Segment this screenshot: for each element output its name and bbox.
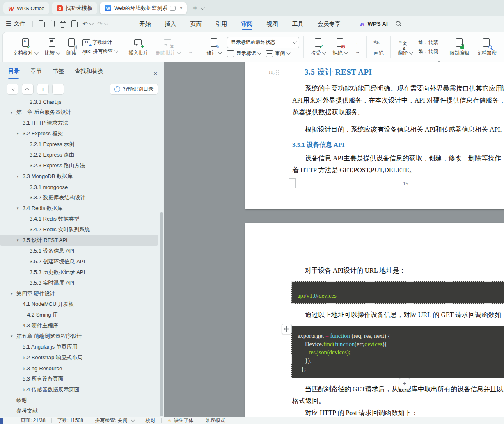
new-tab-button[interactable]: + <box>192 4 197 13</box>
toc-collapse-icon[interactable]: ▾ <box>17 206 19 210</box>
status-proofread-button[interactable]: 校对 <box>140 417 161 424</box>
tab-mode-icon[interactable] <box>170 6 176 11</box>
toc-item[interactable]: 5.2 Bootstrap 响应式布局 <box>0 352 158 363</box>
compare-button[interactable]: ⇄ 比较 <box>42 36 62 58</box>
previous-comment-button[interactable]: ← <box>186 39 195 46</box>
toc-item[interactable]: 5.3 所有设备页面 <box>0 374 158 384</box>
menu-tab-1[interactable]: 插入 <box>158 16 183 31</box>
status-missing-font[interactable]: ⚠ 缺失字体 <box>162 417 199 424</box>
toc-item[interactable]: 3.4.1 Redis 数据类型 <box>0 214 158 224</box>
menu-tab-4[interactable]: 审阅 <box>234 16 260 31</box>
file-menu-button[interactable]: 文件 <box>14 20 25 27</box>
toc-item[interactable]: ▾第四章 硬件设计 <box>0 288 158 299</box>
group-expand-icon[interactable] <box>438 59 440 62</box>
reject-button[interactable]: ⊘ 拒绝 <box>330 36 350 58</box>
collapse-all-button[interactable] <box>7 84 18 95</box>
code-block-callback[interactable]: exports.get = function (req, res, next) … <box>291 326 504 378</box>
document-page-2[interactable]: 对于设备 API设计的 URL 地址是： api/v1.0/devices 通过… <box>245 223 504 417</box>
spell-check-button[interactable]: ABC 拼写检查 <box>82 48 117 55</box>
status-page-indicator[interactable]: 页面: 21/38 <box>15 417 51 424</box>
drag-handle-icon[interactable] <box>276 70 279 75</box>
track-changes-button[interactable]: ✎ 修订 <box>204 36 224 58</box>
toc-item[interactable]: 4.1 NodeMCU 开发板 <box>0 299 158 310</box>
toc-item[interactable]: 3.2.3 Express 路由方法 <box>0 160 158 171</box>
toc-collapse-icon[interactable]: ▾ <box>17 174 19 178</box>
toc-item[interactable]: 3.5.3 实时温度 API <box>0 278 158 288</box>
translate-button[interactable]: 文A 翻译 <box>395 36 415 58</box>
accept-button[interactable]: ✓ 接受 <box>308 36 328 58</box>
encrypt-document-button[interactable]: 文档加密 <box>474 36 499 58</box>
toc-item[interactable]: ▾3.5 设计 REST API <box>0 235 158 246</box>
heading-level-badge[interactable]: H₂ <box>269 69 279 75</box>
menu-tab-3[interactable]: 引用 <box>209 16 234 31</box>
expand-all-button[interactable] <box>22 84 34 95</box>
undo-button[interactable]: ↶ <box>82 20 92 27</box>
sidebar-tab-bookmarks[interactable]: 书签 <box>53 68 64 79</box>
toc-item[interactable]: 3.5.2 创建环境信息 API <box>0 256 158 267</box>
sidebar-tab-toc[interactable]: 目录 <box>8 68 20 79</box>
sidebar-tab-chapters[interactable]: 章节 <box>30 68 42 79</box>
toc-item[interactable]: 3.5.3 历史数据记录 API <box>0 267 158 278</box>
tab-docer-templates[interactable]: d 找稻壳模板 <box>52 2 97 14</box>
toc-item[interactable]: 3.3.1 mongoose <box>0 182 158 192</box>
status-word-count[interactable]: 字数: 11508 <box>52 417 89 424</box>
menu-tab-5[interactable]: 视图 <box>260 16 285 31</box>
tab-wps-office[interactable]: W WPS Office <box>3 2 49 14</box>
smart-toc-button[interactable]: 智能识别目录 <box>110 84 158 95</box>
next-change-button[interactable]: → <box>353 48 362 55</box>
toc-collapse-icon[interactable]: ▾ <box>17 238 19 242</box>
sidebar-close-icon[interactable]: × <box>153 70 157 77</box>
toc-item[interactable]: ▾3.4 Redis 数据库 <box>0 203 158 214</box>
zoom-out-level-button[interactable]: − <box>52 84 64 95</box>
wps-ai-button[interactable]: WPS AI <box>359 21 388 27</box>
document-page-1[interactable]: H₂ 3.5 设计 REST API 系统的主要功能功能已经明确。现在需要向外界… <box>245 62 504 209</box>
save-button[interactable] <box>39 20 45 27</box>
tab-close-icon[interactable]: × <box>179 5 183 11</box>
zoom-in-level-button[interactable]: + <box>37 84 49 95</box>
sidebar-tab-find-replace[interactable]: 查找和替换 <box>75 68 103 79</box>
previous-change-button[interactable]: ← <box>353 39 362 46</box>
word-count-button[interactable]: 12 字数统计 <box>82 39 117 46</box>
finalize-document-button[interactable]: ✓ 文档定稿 <box>501 36 504 58</box>
tab-document[interactable]: W Web的环境数据监测系统的设 × <box>100 2 187 14</box>
print-preview-button[interactable] <box>71 20 78 27</box>
toc-item[interactable]: 2.3.3 Chart.js <box>0 96 158 107</box>
hamburger-icon[interactable]: ☰ <box>6 20 11 27</box>
redo-button[interactable]: ↷ <box>97 20 107 27</box>
toc-item[interactable]: ▾3.3 MongoDB 数据库 <box>0 171 158 182</box>
toc-collapse-icon[interactable]: ▾ <box>11 334 13 338</box>
toc-item[interactable]: 5.4 传感器数据展示页面 <box>0 384 158 395</box>
toc-item[interactable]: 4.2 Sming 库 <box>0 310 158 320</box>
menu-tab-0[interactable]: 开始 <box>133 16 158 31</box>
insert-row-plus-button[interactable]: + <box>399 378 410 389</box>
toc-item[interactable]: 3.2.2 Express 路由 <box>0 150 158 160</box>
search-icon[interactable] <box>395 21 402 27</box>
toc-item[interactable]: 5.3 ng-Resource <box>0 363 158 374</box>
toc-item[interactable]: 3.5.1 设备信息 API <box>0 246 158 256</box>
review-pane-button[interactable]: 审阅 <box>266 50 289 57</box>
sidebar-scrollbar[interactable] <box>160 212 163 416</box>
toc-item[interactable]: ▾第五章 前端浏览器程序设计 <box>0 331 158 342</box>
menu-tab-7[interactable]: 会员专享 <box>311 16 348 31</box>
print-button[interactable] <box>60 21 66 27</box>
code-block-url[interactable]: api/v1.0/devices <box>291 281 504 304</box>
toc-item[interactable]: ▾3.2 Express 框架 <box>0 128 158 139</box>
toc-item[interactable]: 5.1 Angular.js 单页应用 <box>0 342 158 352</box>
to-traditional-button[interactable]: 简→ 转繁 <box>418 39 438 46</box>
next-comment-button[interactable]: → <box>186 48 195 55</box>
toc-item[interactable]: 3.2.1 Express 示例 <box>0 139 158 150</box>
toc-collapse-icon[interactable]: ▾ <box>11 292 13 296</box>
insert-comment-button[interactable]: + 插入批注 <box>126 36 151 58</box>
menu-tab-2[interactable]: 页面 <box>183 16 209 31</box>
markup-state-dropdown[interactable]: 显示标记的最终状态 <box>227 37 299 48</box>
toc-item[interactable]: 4.3 硬件主程序 <box>0 320 158 331</box>
toc-item[interactable]: 3.4.2 Redis 实时队列系统 <box>0 224 158 235</box>
toc-collapse-icon[interactable]: ▾ <box>17 132 19 136</box>
move-table-handle[interactable] <box>282 324 292 334</box>
status-compat-mode[interactable]: 兼容模式 <box>199 417 231 424</box>
toc-item[interactable]: 参考文献 <box>0 406 158 416</box>
show-markup-button[interactable]: 显示标记 <box>227 50 260 57</box>
toc-item[interactable]: 致谢 <box>0 395 158 406</box>
menu-tab-6[interactable]: 工具 <box>285 16 311 31</box>
proofread-button[interactable]: a✓ 文档校对 <box>10 36 40 58</box>
